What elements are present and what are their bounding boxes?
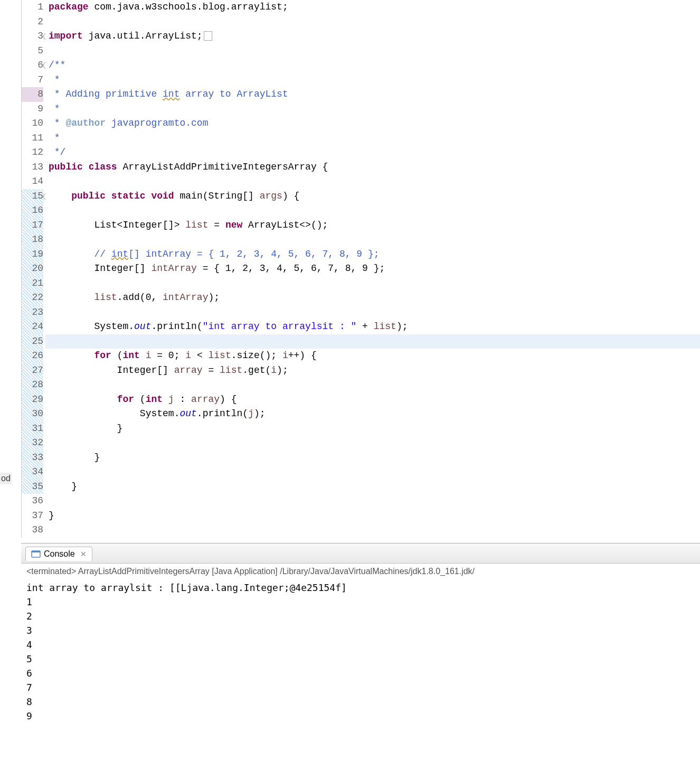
- line-number[interactable]: 24: [22, 320, 43, 334]
- svg-rect-1: [32, 551, 40, 552]
- console-panel: Console ✕ <terminated> ArrayListAddPrimi…: [21, 543, 700, 724]
- code-line[interactable]: * Adding primitive int array to ArrayLis…: [45, 87, 700, 102]
- code-line[interactable]: }: [45, 421, 700, 436]
- line-number[interactable]: 5: [22, 44, 43, 59]
- line-number[interactable]: 1: [22, 0, 43, 15]
- console-tab-bar: Console ✕: [21, 543, 700, 564]
- line-number[interactable]: 36: [22, 494, 43, 509]
- code-line[interactable]: }: [45, 451, 700, 465]
- line-number[interactable]: 7: [22, 73, 43, 88]
- code-line[interactable]: list.add(0, intArray);: [45, 290, 700, 305]
- code-line[interactable]: public class ArrayListAddPrimitiveIntege…: [45, 160, 700, 175]
- code-line[interactable]: [45, 378, 700, 392]
- line-number[interactable]: 25: [22, 334, 43, 349]
- line-number[interactable]: 34: [22, 465, 43, 480]
- line-number[interactable]: 14: [22, 174, 43, 189]
- line-number[interactable]: 8: [22, 87, 43, 102]
- line-number[interactable]: 27: [22, 363, 43, 378]
- line-number[interactable]: 20: [22, 261, 43, 276]
- line-number[interactable]: 30: [22, 407, 43, 421]
- code-line[interactable]: [45, 174, 700, 189]
- code-line[interactable]: [45, 523, 700, 538]
- line-number[interactable]: 31: [22, 421, 43, 436]
- console-tab-label: Console: [44, 549, 75, 559]
- code-line[interactable]: */: [45, 145, 700, 160]
- code-line[interactable]: for (int i = 0; i < list.size(); i++) {: [45, 349, 700, 363]
- line-number[interactable]: 10: [22, 116, 43, 131]
- line-number[interactable]: 38: [22, 523, 43, 538]
- code-line[interactable]: [45, 15, 700, 30]
- line-number[interactable]: 2: [22, 15, 43, 30]
- code-line[interactable]: package com.java.w3schools.blog.arraylis…: [45, 0, 700, 15]
- code-line[interactable]: import java.util.ArrayList;: [45, 29, 700, 44]
- line-number[interactable]: 11: [22, 131, 43, 146]
- code-line[interactable]: Integer[] intArray = { 1, 2, 3, 4, 5, 6,…: [45, 261, 700, 276]
- line-number[interactable]: 28: [22, 378, 43, 392]
- line-number[interactable]: 6−: [22, 58, 43, 73]
- console-output[interactable]: int array to arraylsit : [[Ljava.lang.In…: [21, 579, 700, 724]
- code-area[interactable]: package com.java.w3schools.blog.arraylis…: [45, 0, 700, 538]
- code-line[interactable]: // int[] intArray = { 1, 2, 3, 4, 5, 6, …: [45, 247, 700, 262]
- code-line[interactable]: *: [45, 102, 700, 117]
- code-line[interactable]: [45, 203, 700, 218]
- code-line[interactable]: System.out.println("int array to arrayls…: [45, 320, 700, 334]
- line-number[interactable]: 15−: [22, 189, 43, 204]
- code-line[interactable]: System.out.println(j);: [45, 407, 700, 421]
- line-number[interactable]: 33: [22, 451, 43, 465]
- line-number[interactable]: 16: [22, 203, 43, 218]
- code-line[interactable]: List<Integer[]> list = new ArrayList<>()…: [45, 218, 700, 233]
- code-line[interactable]: public static void main(String[] args) {: [45, 189, 700, 204]
- code-line[interactable]: * @author javaprogramto.com: [45, 116, 700, 131]
- line-number-gutter[interactable]: 123+56−789101112131415−16171819202122232…: [22, 0, 45, 538]
- console-tab[interactable]: Console ✕: [25, 547, 92, 561]
- line-number[interactable]: 9: [22, 102, 43, 117]
- clipped-text: od: [0, 473, 12, 484]
- code-line[interactable]: [45, 232, 700, 247]
- console-icon: [31, 549, 41, 559]
- code-editor[interactable]: 123+56−789101112131415−16171819202122232…: [21, 0, 700, 538]
- code-line[interactable]: Integer[] array = list.get(i);: [45, 363, 700, 378]
- line-number[interactable]: 17: [22, 218, 43, 233]
- line-number[interactable]: 23: [22, 305, 43, 320]
- code-line[interactable]: }: [45, 509, 700, 523]
- line-number[interactable]: 26: [22, 349, 43, 363]
- line-number[interactable]: 13: [22, 160, 43, 175]
- code-line[interactable]: [45, 44, 700, 59]
- line-number[interactable]: 32: [22, 436, 43, 451]
- line-number[interactable]: 21: [22, 276, 43, 291]
- line-number[interactable]: 12: [22, 145, 43, 160]
- code-line[interactable]: [45, 436, 700, 451]
- line-number[interactable]: 22: [22, 290, 43, 305]
- code-line[interactable]: [45, 305, 700, 320]
- close-icon[interactable]: ✕: [80, 550, 87, 558]
- line-number[interactable]: 3+: [22, 29, 43, 44]
- code-line[interactable]: [45, 465, 700, 480]
- line-number[interactable]: 19: [22, 247, 43, 262]
- code-line[interactable]: *: [45, 73, 700, 88]
- code-line[interactable]: *: [45, 131, 700, 146]
- code-line[interactable]: }: [45, 480, 700, 494]
- code-line[interactable]: for (int j : array) {: [45, 392, 700, 407]
- line-number[interactable]: 37: [22, 509, 43, 523]
- console-status: <terminated> ArrayListAddPrimitiveIntege…: [21, 564, 700, 579]
- line-number[interactable]: 18: [22, 232, 43, 247]
- line-number[interactable]: 35: [22, 480, 43, 494]
- code-line[interactable]: /**: [45, 58, 700, 73]
- code-line[interactable]: [45, 276, 700, 291]
- code-line[interactable]: [45, 494, 700, 509]
- line-number[interactable]: 29: [22, 392, 43, 407]
- code-line[interactable]: [45, 334, 700, 349]
